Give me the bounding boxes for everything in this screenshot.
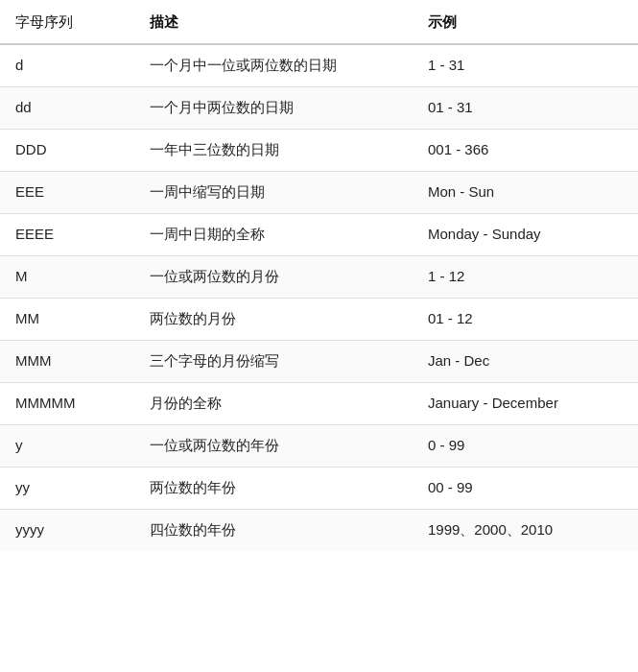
table-header-row: 字母序列 描述 示例 — [0, 0, 638, 44]
cell-example: 1999、2000、2010 — [413, 510, 638, 552]
cell-description: 一位或两位数的年份 — [134, 425, 413, 468]
cell-example: 00 - 99 — [413, 468, 638, 510]
cell-description: 一位或两位数的月份 — [134, 256, 413, 299]
table-row: yyyy四位数的年份1999、2000、2010 — [0, 510, 638, 552]
table-row: M一位或两位数的月份1 - 12 — [0, 256, 638, 299]
cell-pattern: DDD — [0, 130, 134, 172]
cell-description: 一个月中一位或两位数的日期 — [134, 44, 413, 87]
header-description: 描述 — [134, 0, 413, 44]
cell-example: 0 - 99 — [413, 425, 638, 468]
cell-description: 一周中日期的全称 — [134, 214, 413, 256]
table-row: EEE一周中缩写的日期Mon - Sun — [0, 172, 638, 214]
cell-pattern: dd — [0, 87, 134, 130]
cell-example: 1 - 31 — [413, 44, 638, 87]
table-row: EEEE一周中日期的全称Monday - Sunday — [0, 214, 638, 256]
cell-description: 一周中缩写的日期 — [134, 172, 413, 214]
cell-pattern: MMMMM — [0, 383, 134, 425]
cell-pattern: MM — [0, 299, 134, 341]
table-row: yy两位数的年份00 - 99 — [0, 468, 638, 510]
table-row: MMMMM月份的全称January - December — [0, 383, 638, 425]
format-table-container: 字母序列 描述 示例 d一个月中一位或两位数的日期1 - 31dd一个月中两位数… — [0, 0, 638, 551]
cell-description: 三个字母的月份缩写 — [134, 341, 413, 383]
cell-example: 01 - 31 — [413, 87, 638, 130]
cell-pattern: d — [0, 44, 134, 87]
cell-pattern: EEE — [0, 172, 134, 214]
table-row: d一个月中一位或两位数的日期1 - 31 — [0, 44, 638, 87]
cell-description: 四位数的年份 — [134, 510, 413, 552]
cell-description: 两位数的年份 — [134, 468, 413, 510]
table-row: DDD一年中三位数的日期001 - 366 — [0, 130, 638, 172]
cell-pattern: M — [0, 256, 134, 299]
format-table: 字母序列 描述 示例 d一个月中一位或两位数的日期1 - 31dd一个月中两位数… — [0, 0, 638, 551]
table-row: MM两位数的月份01 - 12 — [0, 299, 638, 341]
cell-example: 001 - 366 — [413, 130, 638, 172]
cell-example: Jan - Dec — [413, 341, 638, 383]
table-row: y一位或两位数的年份0 - 99 — [0, 425, 638, 468]
cell-example: 01 - 12 — [413, 299, 638, 341]
cell-example: January - December — [413, 383, 638, 425]
table-row: MMM三个字母的月份缩写Jan - Dec — [0, 341, 638, 383]
cell-pattern: EEEE — [0, 214, 134, 256]
cell-pattern: y — [0, 425, 134, 468]
cell-description: 一个月中两位数的日期 — [134, 87, 413, 130]
cell-pattern: yy — [0, 468, 134, 510]
cell-example: 1 - 12 — [413, 256, 638, 299]
cell-description: 两位数的月份 — [134, 299, 413, 341]
header-example: 示例 — [413, 0, 638, 44]
header-pattern: 字母序列 — [0, 0, 134, 44]
cell-pattern: yyyy — [0, 510, 134, 552]
cell-pattern: MMM — [0, 341, 134, 383]
cell-description: 月份的全称 — [134, 383, 413, 425]
cell-example: Monday - Sunday — [413, 214, 638, 256]
table-row: dd一个月中两位数的日期01 - 31 — [0, 87, 638, 130]
cell-description: 一年中三位数的日期 — [134, 130, 413, 172]
cell-example: Mon - Sun — [413, 172, 638, 214]
